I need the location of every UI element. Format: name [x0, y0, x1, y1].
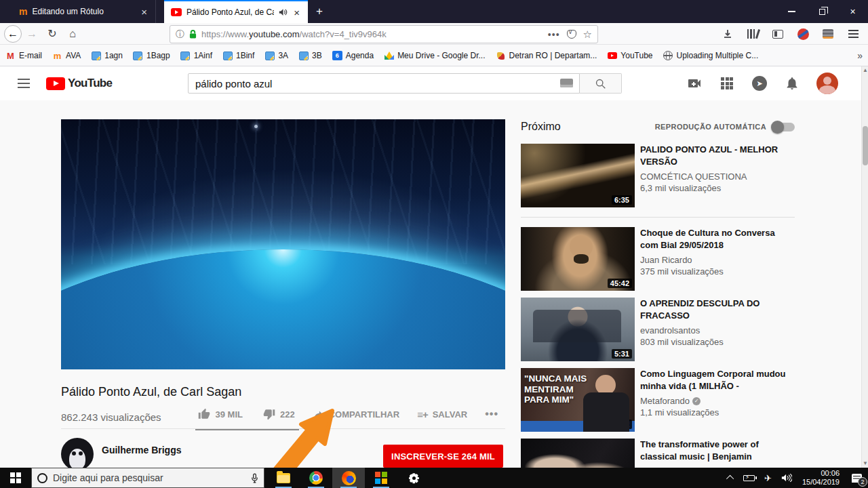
upload-video-icon[interactable]: [686, 75, 703, 92]
tab-close-icon[interactable]: ×: [292, 7, 301, 18]
page-actions-icon[interactable]: •••: [548, 29, 560, 40]
recommended-title[interactable]: O APRENDIZ DESCULPA DO FRACASSO: [640, 298, 789, 322]
bookmark-1agn[interactable]: 1agn: [91, 51, 123, 61]
guide-menu-icon[interactable]: [18, 79, 30, 88]
recommended-channel[interactable]: COMCÉTICA QUESTIONA: [640, 171, 789, 182]
recommended-title[interactable]: Choque de Cultura no Conversa com Bial 2…: [640, 227, 789, 251]
video-thumbnail[interactable]: "NUNCA MAIS MENTIRAM PARA MIM" 18:12: [521, 368, 635, 432]
taskbar-chrome[interactable]: [300, 468, 332, 488]
bookmark-drive[interactable]: Meu Drive - Google Dr...: [384, 51, 485, 61]
bookmark-youtube[interactable]: YouTube: [607, 51, 652, 61]
screen: m Editando um Rótulo × Pálido Ponto Azul…: [0, 0, 868, 488]
taskbar-file-explorer[interactable]: [267, 468, 300, 488]
tab-editando-rotulo[interactable]: m Editando um Rótulo ×: [12, 0, 156, 23]
scroll-up-icon[interactable]: ▲: [862, 66, 868, 75]
bookmark-detran[interactable]: Detran RO | Departam...: [496, 51, 597, 61]
forward-button[interactable]: →: [22, 24, 42, 43]
recommended-video-2[interactable]: 45:42 Choque de Cultura no Conversa com …: [521, 227, 795, 291]
video-thumbnail[interactable]: [521, 439, 635, 468]
recommended-title[interactable]: Como Linguagem Corporal mudou minha vida…: [640, 368, 789, 392]
bookmark-uploading[interactable]: Uploading Multiple C...: [663, 51, 758, 61]
battery-icon[interactable]: [738, 475, 760, 481]
url-bar[interactable]: ⓘ https://www.youtube.com/watch?v=4_tiv9…: [170, 25, 598, 43]
channel-name[interactable]: Guilherme Briggs: [102, 445, 181, 455]
extension-icon[interactable]: [818, 25, 837, 43]
volume-icon[interactable]: [776, 473, 797, 483]
more-actions-icon[interactable]: •••: [485, 408, 498, 420]
video-thumbnail[interactable]: 6:35: [521, 144, 635, 207]
autoplay-toggle[interactable]: [772, 123, 795, 131]
recommended-video-1[interactable]: 6:35 PALIDO PONTO AZUL - MELHOR VERSÃO C…: [521, 144, 795, 207]
adblocker-extension-icon[interactable]: [793, 25, 812, 43]
bookmarks-overflow-icon[interactable]: »: [857, 50, 863, 61]
page-scrollbar[interactable]: ▲ ▼: [861, 66, 868, 468]
recommended-channel[interactable]: Metaforando✓: [640, 396, 789, 406]
account-avatar[interactable]: [816, 73, 838, 94]
notebook-icon: [180, 51, 191, 61]
taskbar-firefox[interactable]: [332, 468, 365, 488]
tab-title: Pálido Ponto Azul, de Carl S: [186, 7, 274, 17]
youtube-logo[interactable]: YouTube: [46, 77, 112, 90]
recommended-video-3[interactable]: 5:31 O APRENDIZ DESCULPA DO FRACASSO eva…: [521, 298, 795, 361]
reload-button[interactable]: ↻: [42, 24, 62, 43]
youtube-header: YouTube ➤: [0, 66, 868, 100]
recommended-video-4[interactable]: "NUNCA MAIS MENTIRAM PARA MIM" 18:12 Com…: [521, 368, 795, 432]
recommended-channel[interactable]: Juan Ricardo: [640, 255, 789, 265]
keyboard-icon[interactable]: [560, 79, 573, 87]
back-button[interactable]: ←: [4, 25, 22, 43]
home-button[interactable]: ⌂: [62, 24, 83, 43]
close-button[interactable]: ×: [837, 0, 868, 23]
taskbar-settings[interactable]: [397, 468, 430, 488]
action-center[interactable]: 2: [845, 468, 868, 488]
bookmark-ava[interactable]: mAVA: [52, 51, 81, 61]
channel-avatar[interactable]: [61, 438, 94, 468]
search-button[interactable]: [580, 73, 622, 94]
start-button[interactable]: [0, 468, 31, 488]
messages-icon[interactable]: ➤: [751, 75, 768, 92]
bookmark-star-icon[interactable]: ☆: [583, 28, 592, 41]
bookmark-agenda[interactable]: 6Agenda: [332, 51, 374, 60]
bookmark-1binf[interactable]: 1Binf: [222, 51, 254, 61]
new-tab-button[interactable]: +: [308, 0, 331, 23]
restore-button[interactable]: [807, 0, 837, 23]
tab-youtube-video[interactable]: Pálido Ponto Azul, de Carl S ×: [164, 0, 308, 23]
taskbar-search-input[interactable]: [53, 472, 245, 483]
scroll-down-icon[interactable]: ▼: [862, 460, 868, 468]
microphone-icon[interactable]: [251, 473, 258, 483]
airplane-mode-icon[interactable]: ✈: [760, 473, 776, 483]
tab-audio-icon[interactable]: [279, 8, 288, 16]
recommended-channel[interactable]: evandrolsantos: [640, 325, 789, 336]
apps-grid-icon[interactable]: [719, 75, 735, 92]
taskbar-clock[interactable]: 00:06 15/04/2019: [797, 469, 845, 487]
recommended-title[interactable]: PALIDO PONTO AZUL - MELHOR VERSÃO: [640, 144, 789, 168]
like-button[interactable]: 39 MIL: [198, 408, 242, 420]
scrollbar-thumb[interactable]: [863, 126, 868, 165]
library-icon[interactable]: [743, 25, 762, 43]
taskbar-store[interactable]: [365, 468, 397, 488]
sidebars-icon[interactable]: [768, 25, 787, 43]
bookmark-1ainf[interactable]: 1Ainf: [180, 51, 212, 61]
recommended-views: 6,3 mil visualizações: [640, 183, 789, 193]
video-thumbnail[interactable]: 5:31: [521, 298, 635, 361]
downloads-icon[interactable]: [718, 25, 737, 43]
tray-expand-icon[interactable]: [724, 475, 738, 481]
bookmark-1bagp[interactable]: 1Bagp: [133, 51, 170, 61]
video-thumbnail[interactable]: 45:42: [521, 227, 635, 291]
tab-close-icon[interactable]: ×: [140, 6, 149, 18]
pocket-icon[interactable]: [567, 30, 576, 39]
bookmark-email[interactable]: ME-mail: [5, 51, 42, 61]
page-info-icon[interactable]: ⓘ: [176, 28, 184, 41]
recommended-video-5[interactable]: The transformative power of classical mu…: [521, 439, 795, 468]
save-button[interactable]: ≡+ SALVAR: [417, 409, 467, 420]
minimize-button[interactable]: [776, 0, 807, 23]
recommended-title[interactable]: The transformative power of classical mu…: [640, 439, 789, 463]
notifications-bell-icon[interactable]: [784, 75, 800, 92]
bookmark-3a[interactable]: 3A: [264, 51, 288, 61]
subscribe-button[interactable]: INSCREVER-SE 264 MIL: [383, 445, 503, 468]
bookmark-3b[interactable]: 3B: [298, 51, 322, 61]
video-frame-earth: [61, 249, 505, 369]
search-input[interactable]: [188, 73, 580, 94]
taskbar-search[interactable]: [31, 468, 264, 488]
video-player[interactable]: [61, 119, 505, 369]
menu-icon[interactable]: [844, 25, 863, 43]
